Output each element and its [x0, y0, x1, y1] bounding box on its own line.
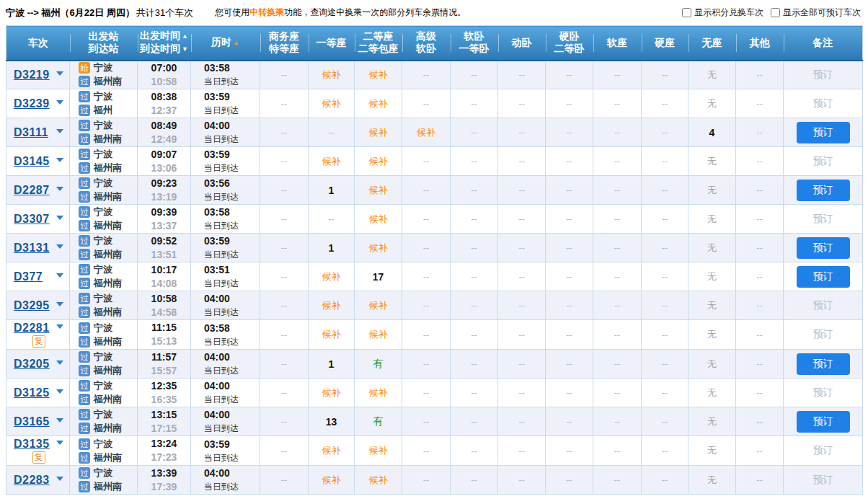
seat-first-seat[interactable]: 候补	[309, 147, 355, 176]
book-button[interactable]: 预订	[797, 411, 850, 433]
expand-caret-icon[interactable]	[56, 418, 63, 423]
seat-first-seat[interactable]: 候补	[309, 320, 355, 350]
seat-no-seat: 无	[688, 205, 736, 234]
train-number-link[interactable]: D3307	[14, 213, 50, 226]
seat-value[interactable]: 候补	[322, 445, 341, 456]
seat-value[interactable]: 候补	[369, 300, 388, 311]
seat-value[interactable]: 候补	[369, 98, 388, 109]
seat-second-seat[interactable]: 候补	[355, 466, 402, 495]
book-button-disabled: 预订	[813, 213, 833, 224]
seat-second-seat[interactable]: 候补	[355, 118, 402, 147]
seat-second-seat[interactable]: 候补	[355, 320, 402, 350]
train-number-link[interactable]: D3219	[14, 68, 50, 81]
seat-value[interactable]: 候补	[322, 69, 341, 80]
expand-caret-icon[interactable]	[56, 129, 63, 133]
col-header-times[interactable]: 出发时间▲到达时间▼	[138, 26, 191, 61]
seat-ev-sleeper: --	[498, 291, 546, 320]
train-number-link[interactable]: D3135	[14, 438, 50, 451]
col-header-duration[interactable]: 历时▲	[191, 26, 260, 61]
seat-value[interactable]: 候补	[322, 271, 341, 282]
seat-first-seat[interactable]: 候补	[309, 262, 355, 291]
train-number-link[interactable]: D3295	[14, 299, 50, 312]
seat-premium-soft-sleeper[interactable]: 候补	[402, 118, 451, 147]
expand-caret-icon[interactable]	[56, 324, 63, 329]
train-number-link[interactable]: D3131	[14, 242, 50, 255]
seat-value[interactable]: 候补	[369, 156, 388, 167]
book-button[interactable]: 预订	[797, 266, 850, 288]
seat-value[interactable]: 候补	[322, 474, 341, 485]
seat-value[interactable]: 候补	[369, 329, 388, 340]
seat-value[interactable]: 候补	[369, 474, 388, 485]
seat-second-seat[interactable]: 候补	[355, 436, 402, 466]
seat-value[interactable]: 候补	[417, 127, 435, 138]
arrival-time: 13:51	[138, 248, 190, 262]
train-number-link[interactable]: D3205	[14, 358, 50, 371]
expand-caret-icon[interactable]	[56, 273, 63, 278]
train-number-link[interactable]: D3125	[14, 386, 50, 399]
train-number-link[interactable]: D3165	[14, 415, 50, 428]
seat-second-seat[interactable]: 候补	[355, 176, 402, 205]
train-number-link[interactable]: D2281	[14, 322, 50, 335]
checkbox-icon[interactable]	[682, 8, 691, 17]
seat-second-seat[interactable]: 候补	[355, 291, 402, 320]
expand-caret-icon[interactable]	[56, 216, 63, 220]
book-button[interactable]: 预订	[797, 122, 850, 143]
seat-first-seat[interactable]: 候补	[309, 466, 355, 495]
seat-value[interactable]: 候补	[369, 127, 388, 138]
train-number-link[interactable]: D3239	[14, 97, 50, 110]
train-cell: D3307	[6, 205, 70, 234]
checkbox-icon[interactable]	[771, 8, 780, 17]
duration-cell: 03:59当日到达	[191, 147, 260, 176]
seat-value[interactable]: 候补	[369, 69, 388, 80]
seat-second-seat[interactable]: 候补	[355, 205, 402, 234]
train-number-link[interactable]: D2287	[14, 184, 50, 197]
seat-second-seat[interactable]: 候补	[355, 61, 402, 89]
seat-second-seat[interactable]: 候补	[355, 379, 402, 407]
seat-ev-sleeper: --	[498, 176, 546, 205]
expand-caret-icon[interactable]	[56, 361, 63, 365]
train-number-link[interactable]: D3111	[14, 126, 48, 139]
from-station-name: 宁波	[94, 90, 112, 103]
seat-second-seat[interactable]: 候补	[355, 147, 402, 176]
seat-first-seat[interactable]: 候补	[309, 379, 355, 407]
seat-second-seat[interactable]: 候补	[355, 234, 402, 262]
expand-caret-icon[interactable]	[56, 441, 63, 445]
seat-value[interactable]: 候补	[322, 98, 341, 109]
seat-value[interactable]: 候补	[369, 445, 388, 456]
expand-caret-icon[interactable]	[56, 389, 63, 394]
transfer-link[interactable]: 中转换乘	[249, 7, 284, 17]
seat-value[interactable]: 候补	[322, 329, 341, 340]
seat-value[interactable]: 候补	[369, 185, 388, 195]
seat-first-seat[interactable]: 候补	[309, 89, 355, 118]
expand-caret-icon[interactable]	[56, 244, 63, 249]
book-button-disabled: 预订	[813, 68, 833, 80]
from-station-name: 宁波	[94, 119, 112, 132]
expand-caret-icon[interactable]	[56, 100, 63, 105]
expand-caret-icon[interactable]	[56, 477, 63, 481]
seat-value[interactable]: 候补	[369, 213, 388, 224]
train-number-link[interactable]: D2283	[14, 474, 50, 487]
train-number-link[interactable]: D377	[14, 270, 43, 283]
expand-caret-icon[interactable]	[56, 158, 63, 162]
seat-value[interactable]: 候补	[322, 300, 341, 311]
book-button[interactable]: 预订	[797, 180, 850, 201]
seat-first-seat[interactable]: 候补	[309, 291, 355, 320]
seat-first-seat[interactable]: 候补	[309, 61, 355, 89]
seat-value[interactable]: 候补	[322, 156, 341, 167]
seat-second-seat[interactable]: 候补	[355, 89, 402, 118]
expand-caret-icon[interactable]	[56, 71, 63, 76]
filter-checkbox-1[interactable]: 显示积分兑换车次	[682, 6, 763, 19]
duration-cell: 03:58当日到达	[191, 61, 260, 89]
train-number-link[interactable]: D3145	[14, 155, 50, 168]
seat-value[interactable]: 候补	[369, 242, 388, 253]
seat-value[interactable]: 候补	[322, 387, 341, 398]
seat-value[interactable]: 候补	[369, 387, 388, 398]
expand-caret-icon[interactable]	[56, 302, 63, 306]
expand-caret-icon[interactable]	[56, 187, 63, 191]
book-button[interactable]: 预订	[797, 237, 850, 259]
book-button[interactable]: 预订	[797, 353, 850, 375]
filter-checkbox-2[interactable]: 显示全部可预订车次	[771, 6, 861, 19]
seat-value: --	[756, 156, 763, 167]
duration-value: 04:00	[204, 467, 260, 480]
seat-first-seat[interactable]: 候补	[309, 436, 355, 466]
